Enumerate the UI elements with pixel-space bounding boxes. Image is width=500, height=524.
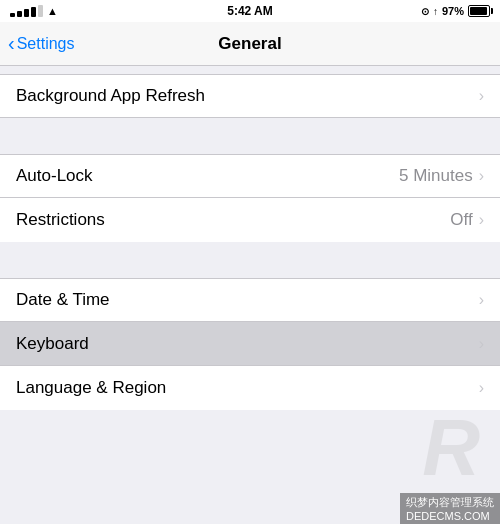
chevron-right-icon: › bbox=[479, 87, 484, 105]
date-time-right: › bbox=[477, 291, 484, 309]
list-item-language-region[interactable]: Language & Region › bbox=[0, 366, 500, 410]
page-title: General bbox=[218, 34, 281, 54]
date-time-label: Date & Time bbox=[16, 290, 110, 310]
restrictions-right: Off › bbox=[450, 210, 484, 230]
background-app-refresh-right: › bbox=[477, 87, 484, 105]
watermark-text: 织梦内容管理系统DEDECMS.COM bbox=[400, 493, 500, 524]
section-gap-top bbox=[0, 66, 500, 74]
list-item-auto-lock[interactable]: Auto-Lock 5 Minutes › bbox=[0, 154, 500, 198]
keyboard-right: › bbox=[477, 335, 484, 353]
status-bar: ▲ 5:42 AM ⊙ ↑ 97% bbox=[0, 0, 500, 22]
section-background-app: Background App Refresh › bbox=[0, 74, 500, 118]
language-region-chevron-icon: › bbox=[479, 379, 484, 397]
status-left: ▲ bbox=[10, 5, 58, 17]
auto-lock-right: 5 Minutes › bbox=[399, 166, 484, 186]
keyboard-chevron-icon: › bbox=[479, 335, 484, 353]
language-region-label: Language & Region bbox=[16, 378, 166, 398]
restrictions-label: Restrictions bbox=[16, 210, 105, 230]
auto-lock-label: Auto-Lock bbox=[16, 166, 93, 186]
nav-bar: ‹ Settings General bbox=[0, 22, 500, 66]
language-region-right: › bbox=[477, 379, 484, 397]
restrictions-chevron-icon: › bbox=[479, 211, 484, 229]
section-datetime-keyboard: Date & Time › Keyboard › Language & Regi… bbox=[0, 278, 500, 410]
date-time-chevron-icon: › bbox=[479, 291, 484, 309]
watermark-r: R bbox=[422, 402, 480, 494]
section-lock-restrictions: Auto-Lock 5 Minutes › Restrictions Off › bbox=[0, 154, 500, 242]
section-gap-1 bbox=[0, 118, 500, 154]
section-gap-2 bbox=[0, 242, 500, 278]
list-item-background-app-refresh[interactable]: Background App Refresh › bbox=[0, 74, 500, 118]
back-button[interactable]: ‹ Settings bbox=[8, 33, 74, 55]
list-item-restrictions[interactable]: Restrictions Off › bbox=[0, 198, 500, 242]
back-chevron-icon: ‹ bbox=[8, 32, 15, 55]
back-label: Settings bbox=[17, 35, 75, 53]
list-item-date-time[interactable]: Date & Time › bbox=[0, 278, 500, 322]
auto-lock-value: 5 Minutes bbox=[399, 166, 473, 186]
auto-lock-chevron-icon: › bbox=[479, 167, 484, 185]
background-app-refresh-label: Background App Refresh bbox=[16, 86, 205, 106]
restrictions-value: Off bbox=[450, 210, 472, 230]
location-icon: ⊙ bbox=[421, 6, 429, 17]
keyboard-label: Keyboard bbox=[16, 334, 89, 354]
battery-icon bbox=[468, 5, 490, 17]
arrow-icon: ↑ bbox=[433, 6, 438, 17]
signal-icon bbox=[10, 5, 43, 17]
battery-percent: 97% bbox=[442, 5, 464, 17]
list-item-keyboard[interactable]: Keyboard › bbox=[0, 322, 500, 366]
status-time: 5:42 AM bbox=[227, 4, 273, 18]
wifi-icon: ▲ bbox=[47, 5, 58, 17]
status-right: ⊙ ↑ 97% bbox=[421, 5, 490, 17]
